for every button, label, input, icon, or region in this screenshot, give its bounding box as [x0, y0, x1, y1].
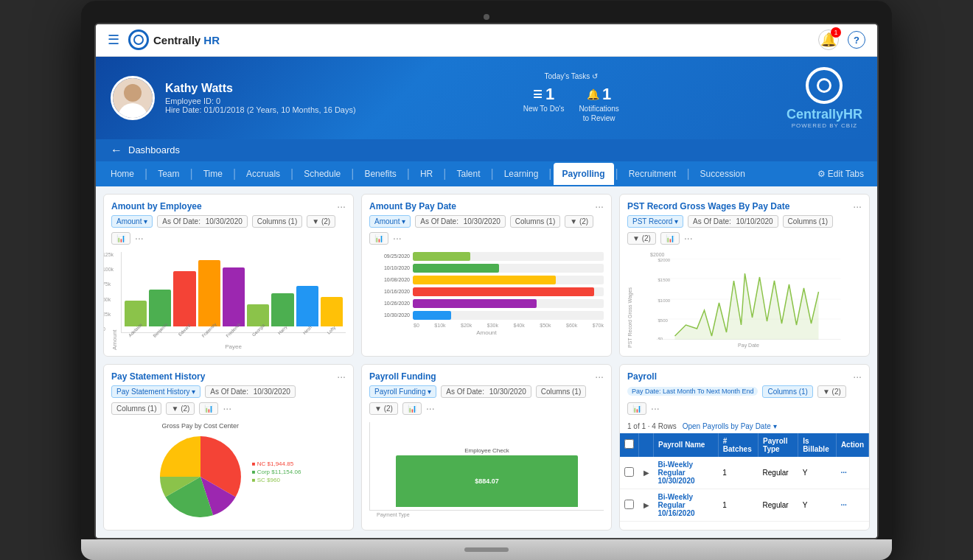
- laptop-base: [81, 539, 892, 560]
- tab-time[interactable]: Time: [195, 161, 231, 186]
- pst-dropdown[interactable]: PST Record ▾: [627, 215, 683, 228]
- tab-home[interactable]: Home: [102, 161, 143, 186]
- amount-dropdown-2[interactable]: Amount ▾: [369, 215, 411, 228]
- widget-menu-3[interactable]: ···: [853, 200, 862, 212]
- tab-divider-9: |: [547, 167, 553, 181]
- chart-type-btn-5[interactable]: 📊: [402, 402, 422, 415]
- tab-divider-5: |: [349, 167, 355, 181]
- columns-btn-3[interactable]: Columns (1): [783, 215, 833, 228]
- tab-benefits[interactable]: Benefits: [355, 161, 405, 186]
- x-title-1: Payee: [121, 343, 346, 350]
- chart-type-btn-6[interactable]: 📊: [627, 402, 646, 415]
- widget-menu-5[interactable]: ···: [595, 371, 604, 382]
- filter-btn-3[interactable]: ▼ (2): [627, 232, 656, 245]
- help-button[interactable]: ?: [848, 31, 865, 49]
- amount-dropdown[interactable]: Amount ▾: [111, 215, 153, 228]
- widget-menu-6[interactable]: ···: [853, 371, 862, 382]
- widget-sub-menu-1[interactable]: ···: [135, 232, 144, 244]
- widget-sub-menu-5[interactable]: ···: [426, 402, 435, 414]
- widget-sub-menu-2[interactable]: ···: [393, 232, 402, 244]
- avatar-person: [113, 78, 153, 118]
- payroll-table: Payroll Name # Batches Payroll Type Is B…: [620, 433, 869, 522]
- hbar-label-4: 10/16/2020: [369, 289, 410, 294]
- hbar-label-5: 10/26/2020: [369, 301, 410, 306]
- chart-wrapper-1: Amount $125k $100k $75k $50k $: [111, 252, 346, 350]
- line-y-title: PST Record Gross Wages: [627, 252, 632, 348]
- brand-logo-inner: [817, 78, 831, 93]
- widget-menu-1[interactable]: ···: [337, 200, 346, 212]
- bell-button[interactable]: 🔔 1: [818, 29, 839, 50]
- open-payrolls-link[interactable]: Open Payrolls by Pay Date ▾: [683, 422, 777, 430]
- tab-recruitment[interactable]: Recruitment: [620, 161, 686, 186]
- asof-date-btn-2[interactable]: As Of Date: 10/30/2020: [415, 215, 506, 228]
- row-1-checkbox[interactable]: [624, 467, 634, 477]
- tab-talent[interactable]: Talent: [447, 161, 489, 186]
- filter-btn-4[interactable]: ▼ (2): [166, 402, 195, 415]
- edit-tabs-button[interactable]: ⚙ Edit Tabs: [810, 163, 871, 185]
- hamburger-icon[interactable]: ☰: [108, 32, 119, 48]
- hbar-label-6: 10/30/2020: [369, 312, 410, 318]
- hero-bar: Kathy Watts Employee ID: 0 Hire Date: 01…: [96, 57, 877, 139]
- svg-text:$2000: $2000: [658, 259, 671, 262]
- tab-team[interactable]: Team: [149, 161, 188, 186]
- chart-type-btn-4[interactable]: 📊: [199, 402, 218, 415]
- asof-date-btn-5[interactable]: As Of Date: 10/30/2020: [441, 385, 531, 398]
- laptop-notch: [464, 547, 509, 552]
- svg-text:$500: $500: [658, 318, 669, 323]
- billable-1: Y: [798, 457, 837, 489]
- filter-btn-1[interactable]: ▼ (2): [307, 215, 335, 228]
- line-chart-area: PST Record Gross Wages $2000: [620, 249, 869, 354]
- task-todo-desc: New To Do's: [523, 104, 565, 113]
- hbar-bar-6: [413, 311, 451, 320]
- widget-header-6: Payroll ···: [620, 365, 869, 385]
- payroll-name-link-2[interactable]: Bi-Weekly Regular 10/16/2020: [658, 493, 695, 517]
- hbar-bar-1: [413, 252, 470, 261]
- widget-sub-menu-4[interactable]: ···: [223, 402, 231, 414]
- breadcrumb-back-icon[interactable]: ←: [111, 144, 122, 157]
- tab-payrolling[interactable]: Payrolling: [554, 163, 614, 185]
- tab-divider-2: |: [189, 167, 195, 181]
- avatar-head: [124, 84, 142, 102]
- task-notif-desc: Notifications to Review: [579, 104, 618, 123]
- select-all-checkbox[interactable]: [624, 439, 634, 449]
- col-payroll-name: Payroll Name: [654, 433, 719, 457]
- tab-accruals[interactable]: Accruals: [237, 161, 289, 186]
- widget-menu-4[interactable]: ···: [337, 371, 346, 382]
- asof-date-btn-4[interactable]: As Of Date: 10/30/2020: [205, 385, 296, 398]
- columns-btn-6[interactable]: Columns (1): [762, 385, 812, 398]
- columns-btn-2[interactable]: Columns (1): [510, 215, 560, 228]
- columns-btn-5[interactable]: Columns (1): [536, 385, 586, 398]
- action-dots-2[interactable]: ···: [840, 501, 846, 509]
- payroll-name-link-1[interactable]: Bi-Weekly Regular 10/30/2020: [658, 461, 695, 485]
- hbar-chart-2: 09/25/2020 10/10/2020 10/0: [362, 249, 611, 342]
- row-2-checkbox[interactable]: [624, 500, 634, 509]
- avatar-body: [118, 103, 147, 118]
- filter-btn-6[interactable]: ▼ (2): [817, 385, 846, 398]
- widget-sub-menu-3[interactable]: ···: [684, 232, 693, 244]
- widget-menu-2[interactable]: ···: [595, 200, 604, 212]
- tab-hr[interactable]: HR: [411, 161, 442, 186]
- dashboard-grid: Amount by Employee ··· Amount ▾ As Of Da…: [96, 186, 877, 538]
- funding-dropdown[interactable]: Payroll Funding ▾: [369, 385, 436, 398]
- columns-btn-4[interactable]: Columns (1): [111, 402, 161, 415]
- hbar-row-1: 09/25/2020: [369, 252, 604, 261]
- chart-type-btn-3[interactable]: 📊: [660, 232, 680, 245]
- columns-btn-1[interactable]: Columns (1): [252, 215, 302, 228]
- asof-date-btn-1[interactable]: As Of Date: 10/30/2020: [157, 215, 248, 228]
- tab-schedule[interactable]: Schedule: [295, 161, 349, 186]
- widget-sub-menu-6[interactable]: ···: [651, 402, 660, 414]
- filter-btn-2[interactable]: ▼ (2): [565, 215, 593, 228]
- action-dots-1[interactable]: ···: [840, 469, 846, 477]
- history-dropdown[interactable]: Pay Statement History ▾: [111, 385, 200, 398]
- col-action: Action: [836, 433, 868, 457]
- chart-type-btn-2[interactable]: 📊: [369, 232, 388, 245]
- module-tabs: Home | Team | Time | Accruals | Schedule…: [96, 161, 877, 186]
- batches-1: 1: [718, 457, 758, 489]
- asof-date-btn-3[interactable]: As Of Date: 10/10/2020: [688, 215, 778, 228]
- tab-divider-4: |: [289, 167, 295, 181]
- tab-succession[interactable]: Succession: [691, 161, 754, 186]
- filter-btn-5[interactable]: ▼ (2): [369, 402, 398, 415]
- hbar-x-title: Amount: [369, 329, 604, 336]
- chart-type-btn-1[interactable]: 📊: [111, 232, 130, 245]
- tab-learning[interactable]: Learning: [495, 161, 548, 186]
